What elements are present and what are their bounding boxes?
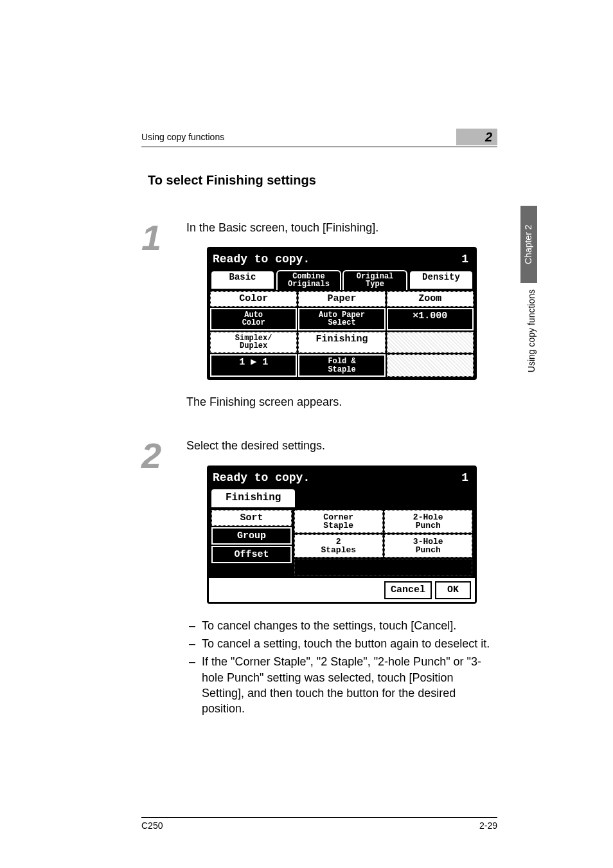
step-1-text: In the Basic screen, touch [Finishing]. (186, 220, 497, 235)
footer-page: 2-29 (479, 820, 497, 831)
tab-original-type[interactable]: Original Type (342, 270, 407, 290)
btn-group[interactable]: Group (211, 527, 292, 545)
lcd-status: Ready to copy. (209, 249, 455, 269)
lcd-screenshot-basic: Ready to copy. 1 Basic Combine Originals… (207, 247, 477, 380)
btn-paper[interactable]: Paper (298, 291, 385, 307)
btn-offset[interactable]: Offset (211, 546, 292, 563)
btn-auto-paper[interactable]: Auto Paper Select (298, 308, 385, 330)
btn-2-staples[interactable]: 2 Staples (294, 534, 383, 557)
side-tab-section: Using copy functions (526, 289, 537, 372)
note-3: If the "Corner Staple", "2 Staple", "2-h… (189, 654, 497, 716)
btn-finishing[interactable]: Finishing (298, 332, 385, 353)
tab-basic[interactable]: Basic (210, 270, 275, 290)
side-tab-chapter: Chapter 2 (520, 206, 537, 283)
tab-finishing[interactable]: Finishing (210, 488, 296, 507)
btn-corner-staple[interactable]: Corner Staple (294, 510, 383, 533)
step-2-notes: To cancel changes to the settings, touch… (186, 618, 497, 717)
breadcrumb: Using copy functions (141, 132, 224, 142)
step-2: 2 Select the desired settings. Ready to … (141, 438, 497, 719)
page-footer: C250 2-29 (141, 817, 497, 831)
lcd-status-2: Ready to copy. (209, 467, 455, 488)
step-2-text: Select the desired settings. (186, 438, 497, 453)
btn-auto-color[interactable]: Auto Color (210, 308, 297, 330)
step-number-2: 2 (141, 438, 186, 719)
btn-ok[interactable]: OK (435, 581, 471, 599)
btn-color[interactable]: Color (210, 291, 297, 307)
btn-simplex-value[interactable]: 1 ▶ 1 (210, 354, 297, 377)
btn-3hole-punch[interactable]: 3-Hole Punch (384, 534, 473, 557)
lcd-copy-count-2: 1 (455, 467, 475, 488)
position-setting-area (294, 559, 472, 575)
btn-zoom[interactable]: Zoom (387, 291, 474, 307)
btn-sort[interactable]: Sort (211, 510, 292, 526)
tab-density[interactable]: Density (409, 270, 474, 290)
btn-cancel[interactable]: Cancel (384, 581, 432, 599)
step-1: 1 In the Basic screen, touch [Finishing]… (141, 220, 497, 421)
note-2: To cancel a setting, touch the button ag… (189, 636, 497, 651)
tab-combine-originals[interactable]: Combine Originals (276, 270, 341, 290)
page-title: To select Finishing settings (148, 173, 497, 188)
btn-2hole-punch[interactable]: 2-Hole Punch (384, 510, 473, 533)
page-header: Using copy functions 2 (141, 129, 497, 147)
chapter-number-box: 2 (456, 129, 497, 145)
btn-zoom-value[interactable]: ×1.000 (387, 308, 474, 330)
btn-fold-staple[interactable]: Fold & Staple (298, 354, 385, 377)
footer-model: C250 (141, 820, 163, 831)
step-1-after-text: The Finishing screen appears. (186, 394, 497, 410)
step-number-1: 1 (141, 220, 186, 421)
btn-simplex-duplex[interactable]: Simplex/ Duplex (210, 332, 297, 353)
lcd-screenshot-finishing: Ready to copy. 1 Finishing Sort Group Of… (207, 466, 477, 604)
note-1: To cancel changes to the settings, touch… (189, 618, 497, 633)
empty-cell-1 (387, 332, 474, 353)
empty-cell-2 (387, 354, 474, 377)
lcd-copy-count: 1 (455, 249, 475, 269)
